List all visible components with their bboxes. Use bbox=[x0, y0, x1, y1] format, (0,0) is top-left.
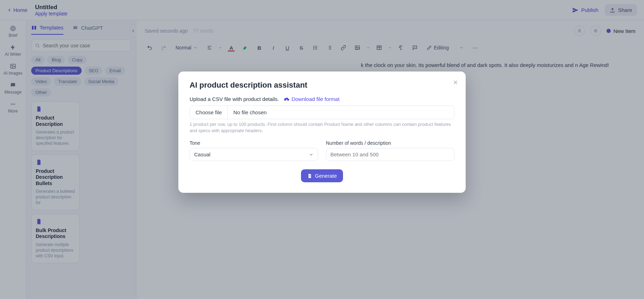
tone-column: Tone Casual bbox=[190, 140, 318, 161]
choose-file-button[interactable]: Choose file bbox=[190, 106, 228, 119]
file-status-label: No file chosen bbox=[228, 106, 272, 119]
download-template-link[interactable]: Download file format bbox=[284, 96, 340, 102]
tone-select[interactable]: Casual bbox=[190, 148, 318, 161]
tone-value: Casual bbox=[194, 151, 211, 157]
upload-row: Upload a CSV file with product details. … bbox=[190, 96, 454, 102]
generate-label: Generate bbox=[315, 173, 337, 179]
ai-product-description-modal: AI product description assistant Upload … bbox=[178, 72, 466, 193]
words-label: Number of words / description bbox=[326, 140, 454, 146]
modal-form-row: Tone Casual Number of words / descriptio… bbox=[190, 140, 454, 161]
words-column: Number of words / description bbox=[326, 140, 454, 161]
words-field-wrapper bbox=[326, 148, 454, 161]
file-input-row: Choose file No file chosen bbox=[190, 106, 454, 119]
download-label: Download file format bbox=[292, 96, 340, 102]
tone-label: Tone bbox=[190, 140, 318, 146]
doc-plus-icon bbox=[307, 174, 312, 178]
modal-title: AI product description assistant bbox=[190, 81, 454, 90]
upload-label: Upload a CSV file with product details. bbox=[190, 96, 279, 102]
cloud-download-icon bbox=[284, 96, 289, 102]
modal-overlay[interactable]: AI product description assistant Upload … bbox=[0, 0, 644, 299]
file-hint: 1 product per row, up to 100 products. F… bbox=[190, 121, 454, 134]
close-modal-button[interactable] bbox=[452, 79, 459, 86]
words-input[interactable] bbox=[330, 151, 450, 157]
chevron-down-icon bbox=[309, 152, 314, 157]
generate-button[interactable]: Generate bbox=[301, 169, 343, 182]
